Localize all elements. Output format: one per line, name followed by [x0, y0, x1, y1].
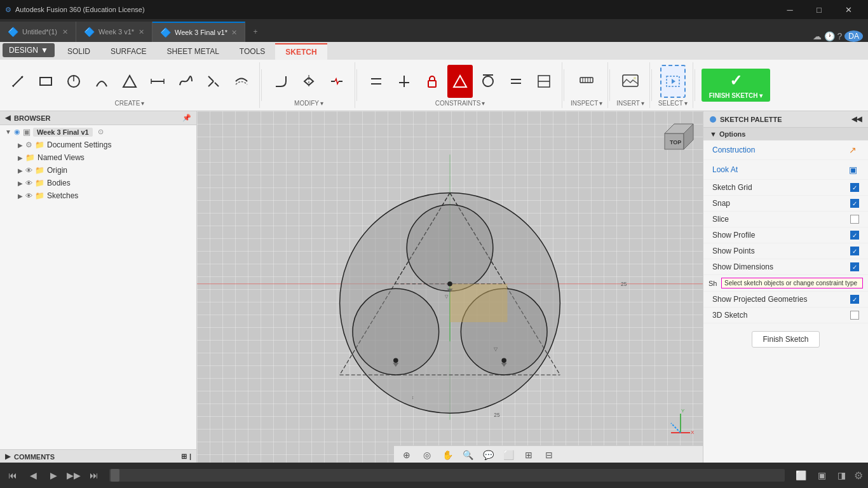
sidebar-item-origin[interactable]: ▶ 👁 📁 Origin — [0, 164, 196, 177]
sidebar-item-bodies[interactable]: ▶ 👁 📁 Bodies — [0, 177, 196, 189]
look-at-icon[interactable]: ▣ — [846, 163, 859, 176]
show-profile-checkbox[interactable]: ✓ — [850, 231, 859, 240]
timeline-last-button[interactable]: ⏭ — [86, 468, 102, 483]
finish-sketch-palette-button[interactable]: Finish Sketch — [752, 331, 819, 348]
zoom-button[interactable]: 🔍 — [460, 447, 475, 463]
component-collapse-icon[interactable]: ▼ — [5, 128, 11, 135]
construction-icon[interactable]: ↗ — [846, 144, 859, 156]
triangle-tool-button[interactable] — [117, 65, 142, 98]
break-tool-button[interactable] — [324, 65, 349, 98]
help-icon[interactable]: ? — [837, 31, 843, 41]
snap-checkbox[interactable]: ✓ — [850, 199, 859, 208]
snap-label[interactable]: Snap — [712, 199, 730, 208]
dimension-tool-button[interactable] — [145, 65, 170, 98]
lock-constraint-button[interactable] — [419, 65, 445, 98]
equal-constraint-button[interactable] — [503, 65, 529, 98]
timeline-icon1[interactable]: ⬜ — [792, 469, 810, 482]
show-points-checkbox[interactable]: ✓ — [850, 247, 859, 255]
radio-eye-icon[interactable]: ◉ — [14, 128, 20, 136]
parallel-constraint-button[interactable] — [363, 65, 389, 98]
show-points-label[interactable]: Show Points — [712, 247, 755, 255]
offset-tool-button[interactable] — [229, 65, 254, 98]
comments-pin-icon[interactable]: | — [189, 452, 191, 461]
split-tool-button[interactable] — [531, 65, 557, 98]
rectangle-tool-button[interactable] — [33, 65, 58, 98]
environment-button[interactable]: ⊟ — [541, 447, 557, 463]
show-dimensions-checkbox[interactable]: ✓ — [850, 262, 859, 271]
show-projected-checkbox[interactable]: ✓ — [850, 295, 859, 304]
pan-button[interactable]: ✋ — [440, 447, 455, 463]
component-activate-icon[interactable]: ⊙ — [98, 128, 104, 136]
trim-tool-button[interactable] — [201, 65, 226, 98]
view-cube[interactable]: TOP — [658, 118, 696, 156]
select-window-button[interactable] — [660, 65, 686, 98]
sketch-grid-label[interactable]: Sketch Grid — [712, 183, 752, 192]
show-profile-label[interactable]: Show Profile — [712, 231, 755, 240]
eye-origin-icon[interactable]: 👁 — [25, 166, 32, 174]
timeline-settings-icon[interactable]: ⚙ — [854, 470, 863, 482]
canvas-area[interactable]: 25 25 ▽ ↕ ▽ — [197, 111, 703, 463]
timeline-icon2[interactable]: ▣ — [815, 469, 829, 482]
tab-surface[interactable]: SURFACE — [100, 43, 157, 60]
close-button[interactable]: ✕ — [834, 0, 863, 19]
display-settings-button[interactable]: ⬜ — [501, 447, 516, 463]
construction-label[interactable]: Construction — [712, 146, 755, 154]
arc-tool-button[interactable] — [89, 65, 114, 98]
look-at-label[interactable]: Look At — [712, 165, 738, 174]
tab-week3final[interactable]: 🔷 Week 3 Final v1* ✕ — [153, 22, 245, 42]
tab-close-untitled[interactable]: ✕ — [62, 28, 68, 36]
line-tool-button[interactable] — [5, 65, 31, 98]
browser-collapse-icon[interactable]: ◀ — [5, 114, 10, 122]
home-button[interactable]: ◎ — [419, 447, 435, 463]
comments-expand-icon[interactable]: ⊞ — [181, 452, 187, 461]
sidebar-item-document-settings[interactable]: ▶ ⚙ 📁 Document Settings — [0, 139, 196, 151]
user-avatar[interactable]: DA — [844, 30, 863, 42]
tab-tools[interactable]: TOOLS — [229, 43, 275, 60]
tab-sheet-metal[interactable]: SHEET METAL — [157, 43, 229, 60]
palette-collapse-icon[interactable]: ◀◀ — [851, 115, 862, 123]
browser-pin-icon[interactable]: 📌 — [182, 114, 191, 121]
timeline-prev-button[interactable]: ◀ — [25, 468, 41, 483]
circle-tool-button[interactable] — [61, 65, 86, 98]
timeline-first-button[interactable]: ⏮ — [5, 468, 20, 483]
tab-week3v1[interactable]: 🔷 Week 3 v1* ✕ — [76, 22, 153, 42]
tab-solid[interactable]: SOLID — [57, 43, 100, 60]
perpendicular-constraint-button[interactable] — [391, 65, 417, 98]
tab-untitled[interactable]: 🔷 Untitled*(1) ✕ — [0, 22, 76, 42]
comments-collapse-icon[interactable]: ▶ — [5, 452, 10, 461]
eye-sketches-icon[interactable]: 👁 — [25, 192, 32, 200]
measure-tool-button[interactable] — [574, 65, 599, 98]
sketch-grid-checkbox[interactable]: ✓ — [850, 183, 859, 192]
sidebar-item-named-views[interactable]: ▶ 📁 Named Views — [0, 151, 196, 164]
3d-sketch-checkbox[interactable] — [850, 311, 859, 320]
show-dimensions-label[interactable]: Show Dimensions — [712, 262, 773, 271]
slice-checkbox[interactable] — [850, 215, 859, 224]
mirror-tool-button[interactable] — [296, 65, 322, 98]
spline-tool-button[interactable] — [173, 65, 198, 98]
3d-sketch-label[interactable]: 3D Sketch — [712, 311, 747, 320]
orbit-button[interactable]: ⊕ — [399, 447, 414, 463]
design-dropdown-button[interactable]: DESIGN ▼ — [3, 43, 55, 57]
tab-close-week3v1[interactable]: ✕ — [139, 28, 144, 36]
tangent-constraint-button[interactable] — [475, 65, 501, 98]
fillet-tool-button[interactable] — [268, 65, 294, 98]
section-button[interactable]: 💬 — [480, 447, 496, 463]
canvas[interactable]: 25 25 ▽ ↕ ▽ — [197, 111, 703, 463]
sidebar-item-sketches[interactable]: ▶ 👁 📁 Sketches — [0, 189, 196, 202]
slice-label[interactable]: Slice — [712, 215, 729, 224]
tab-add-button[interactable]: + — [245, 22, 266, 42]
tab-sketch[interactable]: SKETCH — [275, 43, 327, 60]
show-projected-label[interactable]: Show Projected Geometries — [712, 295, 807, 304]
eye-bodies-icon[interactable]: 👁 — [25, 179, 32, 187]
timeline-icon3[interactable]: ◨ — [834, 469, 849, 482]
coincident-constraint-button[interactable] — [447, 65, 473, 98]
maximize-button[interactable]: □ — [804, 0, 834, 19]
finish-sketch-button[interactable]: ✓ FINISH SKETCH ▾ — [702, 69, 770, 102]
timeline-next-button[interactable]: ▶▶ — [66, 468, 81, 483]
timeline-play-button[interactable]: ▶ — [46, 468, 61, 483]
insert-image-button[interactable] — [618, 65, 643, 98]
options-collapse-icon[interactable]: ▼ — [710, 130, 717, 138]
minimize-button[interactable]: ─ — [775, 0, 804, 19]
tab-close-week3final[interactable]: ✕ — [231, 29, 237, 37]
grid-button[interactable]: ⊞ — [521, 447, 536, 463]
